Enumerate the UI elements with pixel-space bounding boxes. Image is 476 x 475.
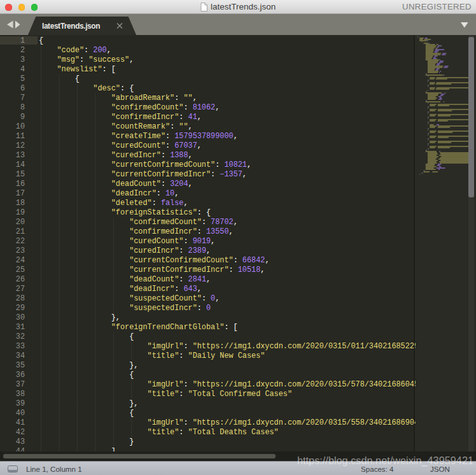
svg-text:latestTrends.json: latestTrends.json (42, 22, 100, 31)
